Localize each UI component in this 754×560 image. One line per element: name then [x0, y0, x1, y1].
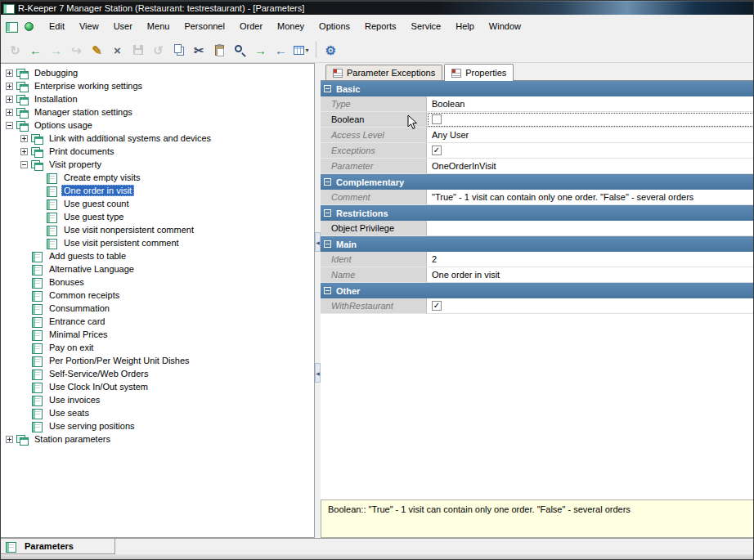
property-row[interactable]: Ident2 — [321, 252, 754, 267]
property-row[interactable]: Boolean — [321, 112, 754, 128]
checkbox-checked[interactable]: ✓ — [432, 301, 442, 311]
menu-reports[interactable]: Reports — [357, 18, 404, 34]
section-header[interactable]: Basic — [321, 81, 754, 96]
property-value[interactable]: Boolean — [427, 96, 754, 112]
forward-button[interactable]: → — [46, 40, 66, 60]
menu-money[interactable]: Money — [270, 18, 312, 34]
menu-order[interactable]: Order — [232, 18, 270, 34]
save-button[interactable] — [128, 40, 148, 60]
property-row[interactable]: Exceptions✓ — [321, 143, 754, 159]
cut-button[interactable]: ✂ — [189, 40, 209, 60]
property-row[interactable]: Comment"True" - 1 visit can contain only… — [321, 190, 754, 205]
checkbox-checked[interactable]: ✓ — [432, 146, 442, 155]
splitter-collapse-button[interactable] — [315, 232, 321, 252]
expand-icon[interactable] — [6, 436, 13, 443]
back-button[interactable]: ← — [25, 40, 46, 60]
edit-button[interactable]: ✎ — [87, 40, 107, 60]
parameters-tree[interactable]: DebuggingEnterprise working settingsInst… — [1, 63, 315, 538]
tree-item[interactable]: Bonuses — [1, 276, 314, 289]
tree-item[interactable]: Per Portion/Per Weight Unit Dishes — [1, 354, 314, 367]
tree-item[interactable]: One order in visit — [1, 184, 314, 197]
copy-button[interactable] — [168, 40, 189, 60]
menu-help[interactable]: Help — [448, 18, 482, 34]
property-row[interactable]: TypeBoolean — [321, 96, 754, 112]
export-button[interactable]: ← — [271, 40, 291, 60]
tree-item[interactable]: Use invoices — [1, 393, 314, 406]
property-value[interactable]: ✓ — [427, 143, 754, 159]
collapse-icon[interactable] — [324, 209, 331, 217]
tree-item[interactable]: Link with additional systems and devices — [1, 132, 314, 145]
expand-icon[interactable] — [20, 148, 28, 155]
tree-item[interactable]: Use guest type — [1, 210, 314, 223]
tab-properties[interactable]: Properties — [444, 64, 514, 81]
tree-item[interactable]: Self-Service/Web Orders — [1, 367, 314, 380]
collapse-icon[interactable] — [6, 122, 13, 129]
search-button[interactable] — [230, 40, 250, 60]
property-row[interactable]: ParameterOneOrderInVisit — [321, 159, 754, 174]
tree-item[interactable]: Print documents — [1, 145, 314, 158]
import-button[interactable]: → — [250, 40, 271, 60]
section-header[interactable]: Other — [321, 283, 754, 298]
table-button[interactable]: ▾ — [291, 40, 312, 60]
tab-parameter-exceptions[interactable]: Parameter Exceptions — [325, 65, 442, 80]
delete-button[interactable]: × — [107, 40, 128, 60]
tree-item[interactable]: Use visit persistent comment — [1, 236, 314, 249]
menu-personnel[interactable]: Personnel — [177, 18, 232, 34]
property-value[interactable]: Any User — [427, 128, 754, 143]
tree-item[interactable]: Add guests to table — [1, 249, 314, 262]
section-header[interactable]: Complementary — [321, 174, 754, 190]
tree-item[interactable]: Use seats — [1, 406, 314, 419]
undo-button[interactable]: ↺ — [148, 40, 168, 60]
menu-edit[interactable]: Edit — [42, 18, 72, 34]
tree-item[interactable]: Manager station settings — [1, 105, 314, 119]
property-value[interactable]: 2 — [427, 252, 754, 267]
property-row[interactable]: NameOne order in visit — [321, 267, 754, 283]
collapse-icon[interactable] — [324, 287, 331, 294]
property-value[interactable] — [427, 221, 754, 236]
tree-item[interactable]: Station parameters — [1, 432, 314, 446]
tree-item[interactable]: Debugging — [1, 66, 314, 79]
section-header[interactable]: Main — [321, 236, 754, 252]
checkin-button[interactable]: ↪ — [66, 40, 87, 60]
property-value[interactable]: One order in visit — [427, 267, 754, 283]
expand-icon[interactable] — [6, 96, 13, 103]
tree-item[interactable]: Pay on exit — [1, 341, 314, 354]
settings-gear-button[interactable]: ⚙ — [321, 40, 341, 60]
menu-view[interactable]: View — [72, 18, 106, 34]
property-row[interactable]: Access LevelAny User — [321, 128, 754, 143]
property-row[interactable]: WithRestaurant✓ — [321, 298, 754, 314]
menu-user[interactable]: User — [106, 18, 140, 34]
property-row[interactable]: Object Privilege — [321, 221, 754, 236]
refresh-button[interactable]: ↻ — [5, 40, 25, 60]
expand-icon[interactable] — [20, 135, 28, 142]
section-header[interactable]: Restrictions — [321, 205, 754, 221]
statusbar-tab-parameters[interactable]: Parameters — [1, 539, 115, 554]
property-value[interactable]: "True" - 1 visit can contain only one or… — [427, 190, 754, 205]
collapse-icon[interactable] — [20, 161, 28, 168]
tree-item[interactable]: Consummation — [1, 302, 314, 315]
tree-item[interactable]: Common receipts — [1, 289, 314, 302]
property-value[interactable]: OneOrderInVisit — [427, 159, 754, 174]
splitter[interactable] — [315, 63, 321, 538]
paste-button[interactable] — [209, 40, 230, 60]
tree-item[interactable]: Use guest count — [1, 197, 314, 210]
tree-item[interactable]: Alternative Language — [1, 262, 314, 276]
tree-item[interactable]: Create empty visits — [1, 171, 314, 184]
collapse-icon[interactable] — [324, 178, 331, 186]
expand-icon[interactable] — [6, 69, 13, 77]
menu-menu[interactable]: Menu — [140, 18, 177, 34]
checkbox-unchecked[interactable] — [432, 114, 442, 124]
collapse-icon[interactable] — [324, 240, 331, 248]
expand-icon[interactable] — [6, 109, 13, 116]
tree-item[interactable]: Enterprise working settings — [1, 79, 314, 92]
property-value[interactable] — [427, 112, 754, 128]
titlebar[interactable]: R-Keeper 7 Manager Station (Restaurant: … — [1, 1, 754, 15]
menu-service[interactable]: Service — [404, 18, 449, 34]
menu-options[interactable]: Options — [312, 18, 357, 34]
menu-window[interactable]: Window — [482, 18, 528, 34]
splitter-collapse-button[interactable] — [315, 363, 321, 383]
tree-item[interactable]: Installation — [1, 92, 314, 105]
tree-item[interactable]: Use serving positions — [1, 419, 314, 432]
expand-icon[interactable] — [6, 83, 13, 90]
collapse-icon[interactable] — [324, 85, 331, 92]
